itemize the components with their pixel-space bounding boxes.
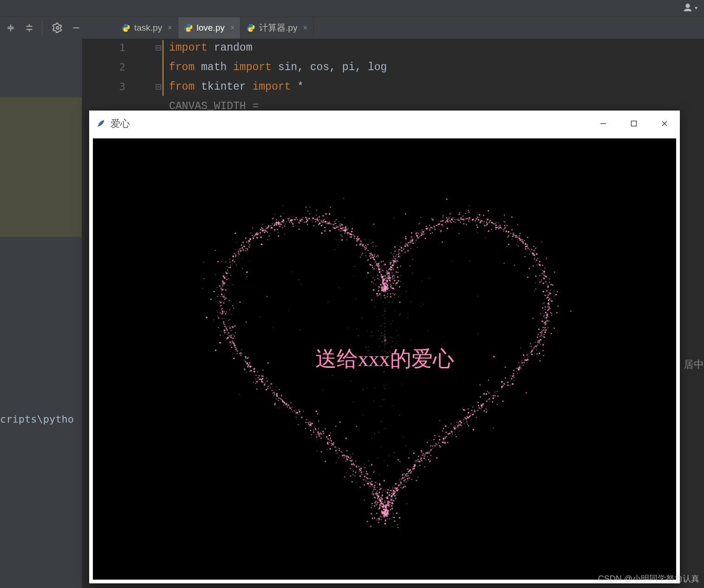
ide-toolbar: task.py × love.py × 计算器.py × bbox=[0, 17, 704, 39]
maximize-button[interactable] bbox=[619, 111, 649, 137]
user-icon bbox=[683, 3, 693, 13]
svg-rect-1 bbox=[632, 121, 637, 126]
settings-button[interactable] bbox=[50, 20, 65, 36]
gear-icon bbox=[52, 23, 63, 33]
line-number: 2 bbox=[107, 58, 129, 77]
chevron-down-icon: ▾ bbox=[695, 5, 697, 11]
fold-marker[interactable]: ⊟ bbox=[154, 38, 163, 58]
left-highlight bbox=[0, 98, 82, 237]
line-gutter: 1 2 3 bbox=[107, 38, 129, 97]
collapse-all-button[interactable] bbox=[3, 20, 19, 36]
expand-all-button[interactable] bbox=[21, 20, 37, 36]
tab-task[interactable]: task.py × bbox=[116, 17, 178, 39]
tab-label: task.py bbox=[134, 23, 162, 33]
svg-point-0 bbox=[56, 26, 59, 29]
heart-canvas-container: 送给xxx的爱心 bbox=[93, 138, 676, 580]
python-file-icon bbox=[246, 23, 255, 33]
separator bbox=[42, 21, 42, 34]
watermark: CSDN @小明同学努力认真 bbox=[598, 573, 699, 584]
tab-label: 计算器.py bbox=[259, 22, 297, 34]
right-hint-text: 居中 bbox=[684, 358, 704, 372]
tab-calculator[interactable]: 计算器.py × bbox=[241, 17, 313, 39]
python-file-icon bbox=[184, 23, 193, 33]
fold-marker[interactable]: ⊟ bbox=[154, 77, 163, 97]
close-icon[interactable]: × bbox=[230, 24, 235, 32]
maximize-icon bbox=[631, 120, 637, 127]
tkinter-title-text: 爱心 bbox=[111, 117, 130, 130]
minus-icon bbox=[72, 23, 81, 33]
ide-title-bar: ▾ bbox=[0, 0, 704, 17]
tab-love[interactable]: love.py × bbox=[178, 17, 241, 39]
close-icon[interactable]: × bbox=[168, 24, 172, 32]
code-editor[interactable]: import random from math import sin, cos,… bbox=[169, 38, 387, 116]
close-icon bbox=[661, 120, 668, 127]
fold-column: ⊟ ⊟ bbox=[154, 38, 163, 97]
line-number: 1 bbox=[107, 38, 129, 58]
heart-canvas bbox=[93, 138, 676, 580]
user-menu[interactable]: ▾ bbox=[683, 3, 697, 13]
fold-marker bbox=[154, 58, 163, 77]
tkinter-window[interactable]: 爱心 送给xxx的爱心 bbox=[89, 111, 680, 583]
hide-button[interactable] bbox=[68, 20, 84, 36]
editor-tabs: task.py × love.py × 计算器.py × bbox=[116, 17, 313, 39]
fold-guide bbox=[163, 40, 163, 96]
minimize-button[interactable] bbox=[588, 111, 619, 137]
collapse-icon bbox=[6, 23, 15, 33]
expand-icon bbox=[25, 23, 34, 33]
feather-icon bbox=[96, 118, 106, 129]
tab-label: love.py bbox=[197, 23, 225, 33]
line-number: 3 bbox=[107, 77, 129, 97]
python-file-icon bbox=[121, 23, 130, 33]
close-button[interactable] bbox=[649, 111, 680, 137]
minimize-icon bbox=[600, 120, 606, 127]
tkinter-titlebar[interactable]: 爱心 bbox=[89, 111, 680, 137]
close-icon[interactable]: × bbox=[303, 24, 307, 32]
terminal-fragment: cripts\pytho bbox=[0, 413, 74, 425]
